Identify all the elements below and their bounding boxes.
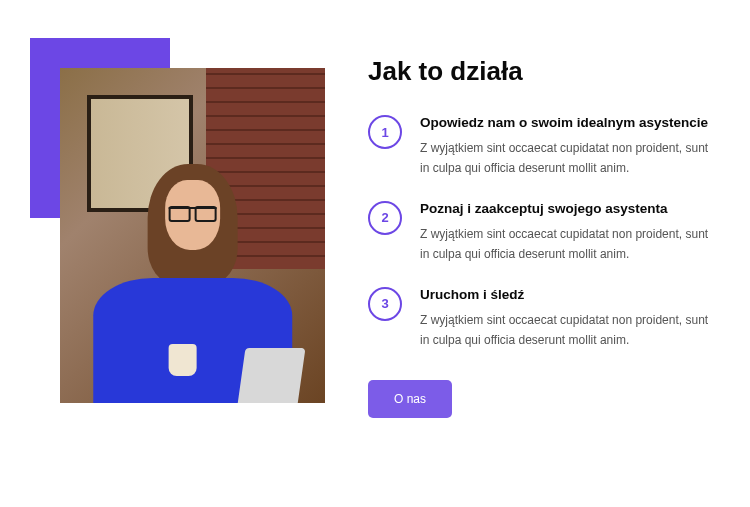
steps-list: 1 Opowiedz nam o swoim idealnym asystenc… (368, 115, 710, 350)
step-description: Z wyjątkiem sint occaecat cupidatat non … (420, 224, 710, 265)
step-number-badge: 2 (368, 201, 402, 235)
how-it-works-section: Jak to działa 1 Opowiedz nam o swoim ide… (0, 0, 750, 466)
step-number-badge: 1 (368, 115, 402, 149)
step-title: Opowiedz nam o swoim idealnym asystencie (420, 115, 710, 130)
step-body: Uruchom i śledź Z wyjątkiem sint occaeca… (420, 287, 710, 351)
image-column (40, 48, 320, 403)
step-item: 3 Uruchom i śledź Z wyjątkiem sint occae… (368, 287, 710, 351)
step-title: Poznaj i zaakceptuj swojego asystenta (420, 201, 710, 216)
step-description: Z wyjątkiem sint occaecat cupidatat non … (420, 138, 710, 179)
step-body: Opowiedz nam o swoim idealnym asystencie… (420, 115, 710, 179)
step-description: Z wyjątkiem sint occaecat cupidatat non … (420, 310, 710, 351)
content-column: Jak to działa 1 Opowiedz nam o swoim ide… (368, 48, 710, 418)
step-number-badge: 3 (368, 287, 402, 321)
assistant-photo (60, 68, 325, 403)
step-item: 1 Opowiedz nam o swoim idealnym asystenc… (368, 115, 710, 179)
section-title: Jak to działa (368, 56, 710, 87)
step-body: Poznaj i zaakceptuj swojego asystenta Z … (420, 201, 710, 265)
about-us-button[interactable]: O nas (368, 380, 452, 418)
step-item: 2 Poznaj i zaakceptuj swojego asystenta … (368, 201, 710, 265)
step-title: Uruchom i śledź (420, 287, 710, 302)
